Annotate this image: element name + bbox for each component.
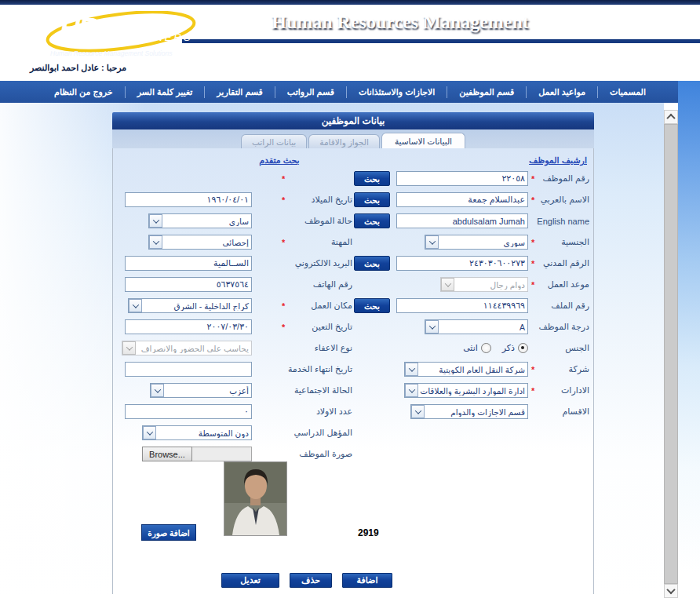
- birth-date-input[interactable]: [125, 192, 252, 207]
- email-input[interactable]: [125, 256, 252, 271]
- required-marker: *: [282, 301, 285, 311]
- sections-select[interactable]: قسم الاجازات والدوام: [410, 404, 528, 419]
- welcome-message: مرحبا : عادل احمد ابوالنصر: [30, 63, 126, 73]
- nationality-select[interactable]: سورى: [425, 235, 528, 250]
- employee-photo: [224, 461, 287, 536]
- nav-item-leaves-permissions[interactable]: الاجازات والاستئذانات: [346, 86, 447, 98]
- photo-browse-button[interactable]: Browse...: [142, 447, 192, 461]
- civil-id-search-button[interactable]: بحث: [354, 256, 390, 271]
- name-ar-search-button[interactable]: بحث: [354, 192, 390, 207]
- marital-status-select[interactable]: أعزب: [150, 383, 252, 398]
- gender-female-radio[interactable]: [481, 343, 491, 353]
- service-end-input[interactable]: [125, 362, 252, 377]
- gender-male-radio[interactable]: [518, 343, 528, 353]
- nationality-label: الجنسية: [561, 237, 589, 247]
- required-marker: *: [531, 365, 534, 374]
- chevron-down-icon[interactable]: [425, 320, 439, 334]
- chevron-down-icon[interactable]: [411, 405, 425, 418]
- scroll-up-button[interactable]: [664, 110, 678, 124]
- logo-monogram: HR: [60, 13, 97, 46]
- form-row: الرقم المدني* بحث البريد الالكتروني: [117, 253, 589, 274]
- chevron-down-icon[interactable]: [129, 299, 142, 312]
- required-marker: *: [282, 238, 285, 247]
- nav-item-reports-dept[interactable]: قسم التقارير: [204, 86, 275, 98]
- profession-label: المهنة: [331, 237, 352, 247]
- chevron-down-icon[interactable]: [405, 363, 418, 376]
- chevron-down-icon[interactable]: [143, 426, 156, 439]
- tab-basic-data[interactable]: البيانات الاساسية: [381, 133, 465, 148]
- scrollbar-thumb[interactable]: [664, 124, 678, 584]
- emp-no-input[interactable]: [396, 171, 528, 186]
- file-no-input[interactable]: [396, 298, 528, 313]
- hire-date-input[interactable]: [125, 319, 252, 334]
- departments-select[interactable]: ادارة الموارد البشرية والعلاقات ا: [404, 383, 528, 398]
- nav-item-logout[interactable]: خروج من النظام: [42, 86, 125, 98]
- work-shift-select: دوام رجال: [440, 277, 528, 292]
- birth-date-label: تاريخ الميلاد: [312, 195, 353, 205]
- chevron-down-icon[interactable]: [149, 235, 162, 249]
- chevron-down-icon[interactable]: [425, 235, 439, 249]
- chevron-down-icon: [666, 585, 675, 594]
- add-button[interactable]: اضافة: [342, 573, 392, 588]
- nav-item-job-titles[interactable]: المسميات: [597, 86, 658, 98]
- form-row: الادارات* ادارة الموارد البشرية والعلاقا…: [117, 380, 589, 401]
- employee-portrait-image: [224, 462, 286, 535]
- vertical-scrollbar[interactable]: [664, 110, 678, 598]
- file-no-label: رقم الملف: [551, 301, 589, 311]
- gender-radio-group: ذكر انثى: [463, 343, 528, 353]
- phone-input[interactable]: [125, 277, 252, 292]
- education-select[interactable]: دون المتوسطة: [142, 425, 252, 440]
- hr-application-window: HR Technology PARTNERS Human Resource Ma…: [0, 0, 700, 598]
- add-photo-button[interactable]: اضافة صورة: [141, 524, 196, 541]
- grade-label: درجة الموظف: [538, 322, 589, 332]
- children-count-input[interactable]: [125, 404, 252, 419]
- gender-female-option: انثى: [463, 343, 478, 353]
- scroll-down-button[interactable]: [664, 584, 678, 598]
- profession-select[interactable]: إحصائى: [148, 235, 252, 250]
- work-location-label: مكان العمل: [311, 301, 352, 311]
- nav-item-employees-dept[interactable]: قسم الموظفين: [447, 86, 526, 98]
- advanced-search-link[interactable]: بحث متقدم: [259, 155, 299, 165]
- status-select[interactable]: سارى: [148, 213, 252, 228]
- company-select[interactable]: شركة النقل العام الكويتية: [404, 362, 528, 377]
- record-number: 2919: [358, 527, 379, 538]
- email-label: البريد الالكتروني: [295, 258, 352, 268]
- chevron-down-icon[interactable]: [405, 384, 418, 397]
- main-navbar: المسميات مواعيد العمل قسم الموظفين الاجا…: [0, 81, 680, 103]
- required-marker: *: [531, 195, 534, 205]
- nav-item-change-password[interactable]: تغيير كلمة السر: [125, 86, 205, 98]
- form-row: الاسم بالعربي* بحث تاريخ الميلاد*: [117, 189, 589, 210]
- links-row: ارشيف الموظف بحث متقدم: [117, 151, 589, 168]
- file-no-search-button[interactable]: بحث: [354, 298, 390, 313]
- chevron-down-icon: [122, 341, 136, 355]
- status-label: حالة الموظف: [304, 216, 352, 226]
- logo-tagline: Human Resource Management Solutions: [50, 49, 172, 57]
- work-location-select[interactable]: كراج الداخلية - الشرق: [128, 298, 252, 313]
- chevron-down-icon: [441, 278, 454, 291]
- emp-no-label: رقم الموظف: [542, 173, 589, 184]
- departments-label: الادارات: [561, 385, 589, 396]
- english-name-input[interactable]: [396, 213, 528, 228]
- name-ar-input[interactable]: [396, 192, 528, 207]
- gender-male-option: ذكر: [502, 343, 515, 353]
- form-row: صورة الموظف Browse...: [117, 443, 589, 465]
- right-background-strip: [678, 81, 700, 598]
- nav-item-work-schedules[interactable]: مواعيد العمل: [526, 86, 597, 98]
- employee-archive-link[interactable]: ارشيف الموظف: [529, 155, 587, 165]
- chevron-down-icon[interactable]: [149, 214, 162, 228]
- photo-file-path-box[interactable]: [192, 447, 252, 461]
- tab-passport-residence[interactable]: الجواز والاقامة: [308, 134, 380, 148]
- form-row: المؤهل الدراسي دون المتوسطة: [117, 422, 589, 443]
- header-banner: HR Technology PARTNERS Human Resource Ma…: [0, 5, 700, 81]
- english-name-search-button[interactable]: بحث: [354, 213, 390, 228]
- civil-id-input[interactable]: [396, 256, 528, 271]
- edit-button[interactable]: تعديل: [221, 573, 279, 588]
- chevron-down-icon[interactable]: [151, 384, 164, 397]
- delete-button[interactable]: حذف: [290, 573, 332, 588]
- phone-label: رقم الهاتف: [313, 279, 352, 290]
- name-ar-label: الاسم بالعربي: [541, 195, 589, 205]
- nav-item-payroll-dept[interactable]: قسم الرواتب: [275, 86, 346, 98]
- tab-salary-data[interactable]: بيانات الراتب: [241, 134, 307, 148]
- emp-no-search-button[interactable]: بحث: [354, 171, 390, 186]
- grade-select[interactable]: A: [425, 319, 528, 334]
